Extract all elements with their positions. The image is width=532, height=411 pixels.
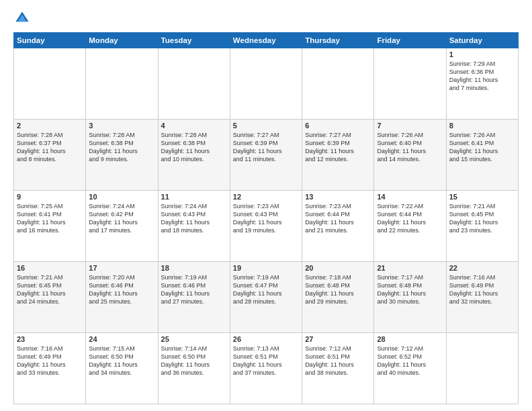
day-cell: 27Sunrise: 7:12 AM Sunset: 6:51 PM Dayli…: [302, 333, 374, 404]
day-number: 8: [449, 122, 515, 130]
day-info: Sunrise: 7:15 AM Sunset: 6:50 PM Dayligh…: [89, 345, 138, 376]
day-number: 2: [17, 122, 83, 130]
calendar-table: SundayMondayTuesdayWednesdayThursdayFrid…: [13, 32, 519, 404]
day-info: Sunrise: 7:16 AM Sunset: 6:49 PM Dayligh…: [449, 274, 498, 305]
day-cell: 18Sunrise: 7:19 AM Sunset: 6:46 PM Dayli…: [158, 262, 230, 333]
day-cell: 26Sunrise: 7:13 AM Sunset: 6:51 PM Dayli…: [230, 333, 302, 404]
day-number: 14: [377, 193, 443, 201]
day-cell: 5Sunrise: 7:27 AM Sunset: 6:39 PM Daylig…: [230, 120, 302, 191]
day-number: 18: [161, 264, 227, 272]
day-cell: 16Sunrise: 7:21 AM Sunset: 6:45 PM Dayli…: [14, 262, 86, 333]
day-cell: [86, 48, 158, 120]
day-cell: 21Sunrise: 7:17 AM Sunset: 6:48 PM Dayli…: [374, 262, 446, 333]
day-number: 1: [449, 50, 515, 58]
day-number: 3: [89, 122, 154, 130]
day-number: 17: [89, 264, 154, 272]
day-info: Sunrise: 7:22 AM Sunset: 6:44 PM Dayligh…: [377, 203, 426, 234]
page: SundayMondayTuesdayWednesdayThursdayFrid…: [0, 0, 532, 411]
col-header-sunday: Sunday: [14, 33, 86, 48]
day-info: Sunrise: 7:19 AM Sunset: 6:46 PM Dayligh…: [161, 274, 210, 305]
day-info: Sunrise: 7:19 AM Sunset: 6:47 PM Dayligh…: [233, 274, 282, 305]
day-cell: 22Sunrise: 7:16 AM Sunset: 6:49 PM Dayli…: [446, 262, 518, 333]
day-info: Sunrise: 7:17 AM Sunset: 6:48 PM Dayligh…: [377, 274, 426, 305]
day-cell: [14, 48, 86, 120]
day-cell: 24Sunrise: 7:15 AM Sunset: 6:50 PM Dayli…: [86, 333, 158, 404]
day-cell: 13Sunrise: 7:23 AM Sunset: 6:44 PM Dayli…: [302, 191, 374, 262]
day-number: 12: [233, 193, 299, 201]
col-header-wednesday: Wednesday: [230, 33, 302, 48]
day-cell: [230, 48, 302, 120]
day-number: 9: [17, 193, 83, 201]
day-cell: 8Sunrise: 7:26 AM Sunset: 6:41 PM Daylig…: [446, 120, 518, 191]
header-row: SundayMondayTuesdayWednesdayThursdayFrid…: [14, 33, 519, 48]
day-info: Sunrise: 7:21 AM Sunset: 6:45 PM Dayligh…: [449, 203, 498, 234]
day-cell: 25Sunrise: 7:14 AM Sunset: 6:50 PM Dayli…: [158, 333, 230, 404]
day-number: 23: [17, 335, 83, 343]
day-cell: 20Sunrise: 7:18 AM Sunset: 6:48 PM Dayli…: [302, 262, 374, 333]
day-info: Sunrise: 7:25 AM Sunset: 6:41 PM Dayligh…: [17, 203, 66, 234]
day-info: Sunrise: 7:24 AM Sunset: 6:43 PM Dayligh…: [161, 203, 210, 234]
day-info: Sunrise: 7:26 AM Sunset: 6:41 PM Dayligh…: [449, 132, 498, 163]
header: [13, 11, 519, 26]
day-info: Sunrise: 7:20 AM Sunset: 6:46 PM Dayligh…: [89, 274, 138, 305]
day-number: 6: [305, 122, 371, 130]
day-cell: [158, 48, 230, 120]
week-row-4: 16Sunrise: 7:21 AM Sunset: 6:45 PM Dayli…: [14, 262, 519, 333]
day-cell: 28Sunrise: 7:12 AM Sunset: 6:52 PM Dayli…: [374, 333, 446, 404]
day-number: 26: [233, 335, 299, 343]
col-header-saturday: Saturday: [446, 33, 518, 48]
day-cell: 7Sunrise: 7:26 AM Sunset: 6:40 PM Daylig…: [374, 120, 446, 191]
day-cell: [374, 48, 446, 120]
day-number: 4: [161, 122, 227, 130]
day-number: 7: [377, 122, 443, 130]
day-number: 16: [17, 264, 83, 272]
day-info: Sunrise: 7:12 AM Sunset: 6:52 PM Dayligh…: [377, 345, 426, 376]
week-row-2: 2Sunrise: 7:28 AM Sunset: 6:37 PM Daylig…: [14, 120, 519, 191]
col-header-monday: Monday: [86, 33, 158, 48]
day-info: Sunrise: 7:24 AM Sunset: 6:42 PM Dayligh…: [89, 203, 138, 234]
day-number: 13: [305, 193, 371, 201]
day-number: 27: [305, 335, 371, 343]
day-info: Sunrise: 7:16 AM Sunset: 6:49 PM Dayligh…: [17, 345, 66, 376]
day-cell: 14Sunrise: 7:22 AM Sunset: 6:44 PM Dayli…: [374, 191, 446, 262]
day-number: 24: [89, 335, 154, 343]
col-header-friday: Friday: [374, 33, 446, 48]
day-cell: 10Sunrise: 7:24 AM Sunset: 6:42 PM Dayli…: [86, 191, 158, 262]
day-info: Sunrise: 7:23 AM Sunset: 6:44 PM Dayligh…: [305, 203, 354, 234]
day-cell: 17Sunrise: 7:20 AM Sunset: 6:46 PM Dayli…: [86, 262, 158, 333]
day-info: Sunrise: 7:28 AM Sunset: 6:37 PM Dayligh…: [17, 132, 66, 163]
day-number: 15: [449, 193, 515, 201]
logo: [13, 11, 31, 26]
day-number: 22: [449, 264, 515, 272]
day-cell: 11Sunrise: 7:24 AM Sunset: 6:43 PM Dayli…: [158, 191, 230, 262]
day-cell: 1Sunrise: 7:29 AM Sunset: 6:36 PM Daylig…: [446, 48, 518, 120]
day-cell: 4Sunrise: 7:28 AM Sunset: 6:38 PM Daylig…: [158, 120, 230, 191]
day-info: Sunrise: 7:26 AM Sunset: 6:40 PM Dayligh…: [377, 132, 426, 163]
col-header-tuesday: Tuesday: [158, 33, 230, 48]
col-header-thursday: Thursday: [302, 33, 374, 48]
day-cell: 3Sunrise: 7:28 AM Sunset: 6:38 PM Daylig…: [86, 120, 158, 191]
day-cell: [302, 48, 374, 120]
day-number: 28: [377, 335, 443, 343]
day-info: Sunrise: 7:28 AM Sunset: 6:38 PM Dayligh…: [89, 132, 138, 163]
day-number: 21: [377, 264, 443, 272]
day-info: Sunrise: 7:18 AM Sunset: 6:48 PM Dayligh…: [305, 274, 354, 305]
day-info: Sunrise: 7:27 AM Sunset: 6:39 PM Dayligh…: [305, 132, 354, 163]
day-cell: 23Sunrise: 7:16 AM Sunset: 6:49 PM Dayli…: [14, 333, 86, 404]
day-info: Sunrise: 7:28 AM Sunset: 6:38 PM Dayligh…: [161, 132, 210, 163]
day-cell: 2Sunrise: 7:28 AM Sunset: 6:37 PM Daylig…: [14, 120, 86, 191]
day-cell: 6Sunrise: 7:27 AM Sunset: 6:39 PM Daylig…: [302, 120, 374, 191]
day-cell: 19Sunrise: 7:19 AM Sunset: 6:47 PM Dayli…: [230, 262, 302, 333]
day-number: 25: [161, 335, 227, 343]
week-row-3: 9Sunrise: 7:25 AM Sunset: 6:41 PM Daylig…: [14, 191, 519, 262]
day-info: Sunrise: 7:23 AM Sunset: 6:43 PM Dayligh…: [233, 203, 282, 234]
day-cell: 12Sunrise: 7:23 AM Sunset: 6:43 PM Dayli…: [230, 191, 302, 262]
day-info: Sunrise: 7:27 AM Sunset: 6:39 PM Dayligh…: [233, 132, 282, 163]
day-info: Sunrise: 7:29 AM Sunset: 6:36 PM Dayligh…: [449, 60, 498, 91]
day-number: 19: [233, 264, 299, 272]
day-cell: 9Sunrise: 7:25 AM Sunset: 6:41 PM Daylig…: [14, 191, 86, 262]
day-number: 10: [89, 193, 154, 201]
logo-icon: [15, 11, 30, 26]
week-row-1: 1Sunrise: 7:29 AM Sunset: 6:36 PM Daylig…: [14, 48, 519, 120]
day-info: Sunrise: 7:12 AM Sunset: 6:51 PM Dayligh…: [305, 345, 354, 376]
